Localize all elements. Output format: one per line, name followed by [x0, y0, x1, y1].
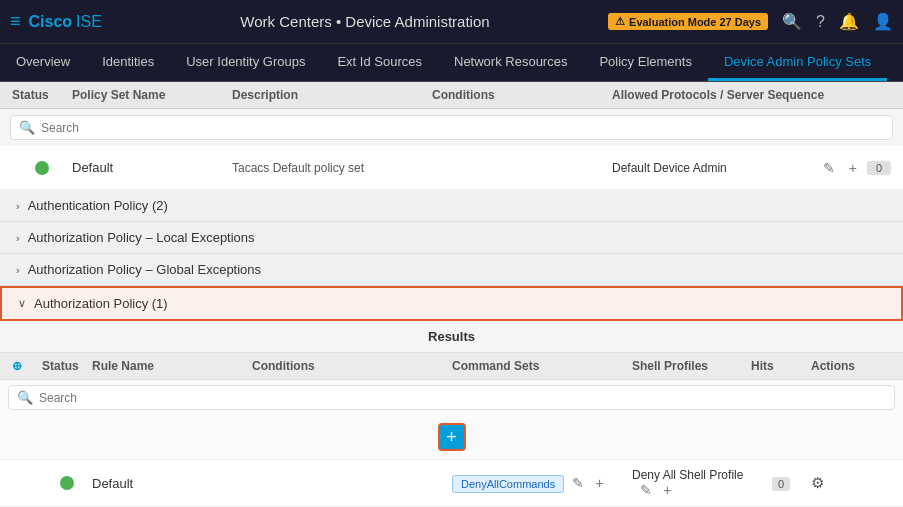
icol-rule-header: Rule Name — [92, 359, 252, 373]
ise-text: ISE — [76, 13, 102, 31]
hamburger-icon[interactable]: ≡ — [10, 11, 21, 32]
status-dot-green — [35, 161, 49, 175]
main-table-header: Status Policy Set Name Description Condi… — [0, 82, 903, 109]
edit-policy-icon[interactable]: ✎ — [819, 158, 839, 178]
top-icons: ⚠ Evaluation Mode 27 Days 🔍 ? 🔔 👤 — [608, 12, 893, 31]
policy-row-default: Default Tacacs Default policy set Defaul… — [0, 146, 903, 190]
expand-auth-policy-label: Authentication Policy (2) — [28, 198, 168, 213]
add-rule-button[interactable]: + — [438, 423, 466, 451]
icol-shellprofiles-header: Shell Profiles — [632, 359, 751, 373]
col-status: Status — [12, 88, 72, 102]
col-conditions: Conditions — [432, 88, 612, 102]
expand-arrow-icon: › — [16, 200, 20, 212]
policy-desc-cell: Tacacs Default policy set — [232, 161, 432, 175]
inner-row-shell-cell: Deny All Shell Profile ✎ + — [632, 468, 751, 498]
main-nav: Overview Identities User Identity Groups… — [0, 44, 903, 82]
icol-add-header: ⊕ — [12, 359, 42, 373]
policy-allowed-cell: Default Device Admin — [612, 161, 819, 175]
icol-status-header: Status — [42, 359, 92, 373]
inner-table: Results ⊕ Status Rule Name Conditions Co… — [0, 321, 903, 507]
user-icon[interactable]: 👤 — [873, 12, 893, 31]
eval-badge: ⚠ Evaluation Mode 27 Days — [608, 13, 768, 30]
policy-actions-cell: ✎ + 0 — [819, 158, 891, 178]
cisco-text: Cisco — [29, 13, 73, 31]
edit-cmdsets-icon[interactable]: ✎ — [568, 473, 588, 493]
add-shell-icon[interactable]: + — [659, 480, 675, 500]
warning-icon: ⚠ — [615, 15, 625, 28]
top-bar: ≡ Cisco ISE Work Centers • Device Admini… — [0, 0, 903, 44]
tab-identities[interactable]: Identities — [86, 44, 170, 81]
icol-cmdsets-header: Command Sets — [452, 359, 632, 373]
inner-hits-badge: 0 — [772, 477, 790, 491]
inner-search-input[interactable] — [39, 391, 886, 405]
main-search-input[interactable] — [41, 121, 884, 135]
tab-policy-elements[interactable]: Policy Elements — [583, 44, 707, 81]
expand-authz-policy[interactable]: ∨ Authorization Policy (1) — [0, 286, 903, 321]
icol-hits-header: Hits — [751, 359, 811, 373]
col-policy-name: Policy Set Name — [72, 88, 232, 102]
icol-conditions-header: Conditions — [252, 359, 452, 373]
edit-shell-icon[interactable]: ✎ — [636, 480, 656, 500]
notifications-icon[interactable]: 🔔 — [839, 12, 859, 31]
tab-more[interactable]: More ▾ — [887, 44, 903, 81]
search-icon-inner: 🔍 — [17, 390, 33, 405]
add-circle-icon[interactable]: ⊕ — [12, 359, 22, 373]
expand-arrow-icon-4: ∨ — [18, 297, 26, 310]
main-search-row: 🔍 — [10, 115, 893, 140]
tab-device-admin-policy-sets[interactable]: Device Admin Policy Sets — [708, 44, 887, 81]
tab-user-identity-groups[interactable]: User Identity Groups — [170, 44, 321, 81]
inner-row-actions-cell: ⚙ — [811, 474, 891, 492]
expand-auth-policy[interactable]: › Authentication Policy (2) — [0, 190, 903, 222]
search-icon-main: 🔍 — [19, 120, 35, 135]
add-cmdsets-icon[interactable]: + — [591, 473, 607, 493]
expand-authz-local[interactable]: › Authorization Policy – Local Exception… — [0, 222, 903, 254]
inner-status-dot — [60, 476, 74, 490]
col-description: Description — [232, 88, 432, 102]
add-row-section: + — [0, 415, 903, 460]
cmd-tag: DenyAllCommands — [452, 475, 564, 493]
inner-row-rule-cell: Default — [92, 476, 252, 491]
content-area: Status Policy Set Name Description Condi… — [0, 82, 903, 507]
expand-authz-local-label: Authorization Policy – Local Exceptions — [28, 230, 255, 245]
tab-ext-id-sources[interactable]: Ext Id Sources — [321, 44, 438, 81]
inner-col-headers: ⊕ Status Rule Name Conditions Command Se… — [0, 353, 903, 380]
policy-status-cell — [12, 161, 72, 175]
cisco-logo: Cisco ISE — [29, 13, 102, 31]
expand-authz-global-label: Authorization Policy – Global Exceptions — [28, 262, 261, 277]
expand-authz-policy-label: Authorization Policy (1) — [34, 296, 168, 311]
inner-row-status-cell — [42, 476, 92, 490]
inner-search-row: 🔍 — [8, 385, 895, 410]
add-policy-icon[interactable]: + — [845, 158, 861, 178]
icol-actions-header: Actions — [811, 359, 891, 373]
expand-arrow-icon-3: › — [16, 264, 20, 276]
help-icon[interactable]: ? — [816, 13, 825, 31]
col-allowed-protocols: Allowed Protocols / Server Sequence — [612, 88, 891, 102]
policy-name-cell: Default — [72, 160, 232, 175]
inner-row-hits-cell: 0 — [751, 476, 811, 491]
tab-overview[interactable]: Overview — [0, 44, 86, 81]
actions-gear-icon[interactable]: ⚙ — [811, 474, 824, 492]
expand-authz-global[interactable]: › Authorization Policy – Global Exceptio… — [0, 254, 903, 286]
tab-network-resources[interactable]: Network Resources — [438, 44, 583, 81]
inner-row-cmdsets-cell: DenyAllCommands ✎ + — [452, 475, 632, 491]
expand-arrow-icon-2: › — [16, 232, 20, 244]
inner-row-default: Default DenyAllCommands ✎ + Deny All She… — [0, 460, 903, 507]
page-title: Work Centers • Device Administration — [122, 13, 608, 30]
policy-hits-badge: 0 — [867, 161, 891, 175]
search-icon-topbar[interactable]: 🔍 — [782, 12, 802, 31]
results-header: Results — [0, 321, 903, 353]
